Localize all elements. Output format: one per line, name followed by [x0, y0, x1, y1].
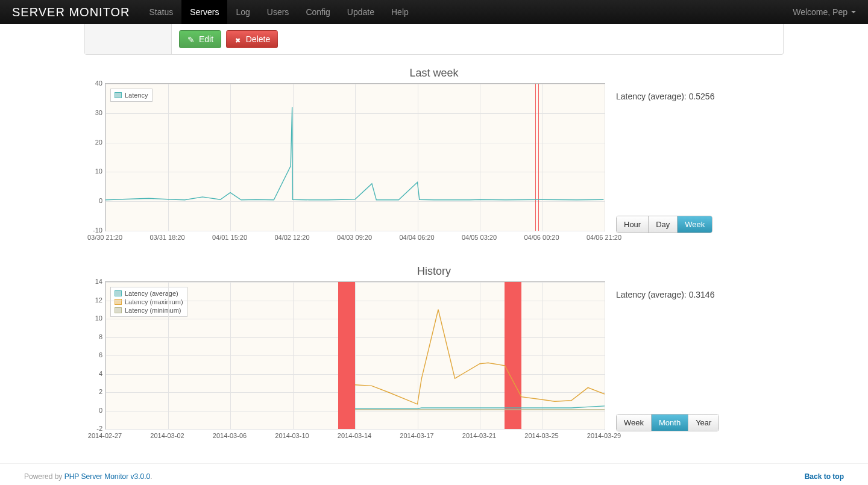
week-chart-title: Last week [84, 67, 784, 80]
product-link[interactable]: PHP Server Monitor v3.0.0 [64, 472, 151, 481]
range-week[interactable]: Week [677, 216, 712, 233]
week-yaxis: -10010203040 [84, 83, 102, 230]
nav-status[interactable]: Status [141, 0, 182, 24]
powered-label: Powered by [24, 472, 64, 481]
history-plot[interactable]: Latency (average) Latency (maximum) Late… [105, 281, 605, 430]
history-yaxis: -202468101214 [84, 281, 102, 428]
week-avg-line: Latency (average): 0.5256 [616, 92, 784, 101]
welcome-text: Welcome, Pep [793, 7, 848, 17]
brand[interactable]: SERVER MONITOR [12, 5, 130, 19]
week-plot[interactable]: Latency [105, 83, 605, 231]
panel-body: Edit Delete [172, 24, 285, 54]
caret-down-icon [851, 11, 856, 13]
dot: . [150, 472, 152, 481]
server-panel: Edit Delete [84, 24, 784, 55]
edit-label: Edit [199, 34, 213, 44]
history-avg-value: 0.3146 [689, 290, 715, 299]
range-year[interactable]: Year [688, 415, 719, 431]
edit-button[interactable]: Edit [179, 30, 221, 48]
navbar: SERVER MONITOR Status Servers Log Users … [0, 0, 868, 24]
nav-config[interactable]: Config [297, 0, 338, 24]
history-xaxis: 2014-02-272014-03-022014-03-062014-03-10… [105, 432, 605, 446]
nav-servers[interactable]: Servers [181, 0, 227, 24]
week-avg-label: Latency (average): [616, 92, 687, 101]
history-chart-section: History -202468101214 Latency (average) … [84, 265, 784, 446]
week-range-buttons: Hour Day Week [616, 216, 712, 233]
range-day[interactable]: Day [648, 216, 677, 233]
history-avg-label: Latency (average): [616, 290, 687, 299]
range-hour[interactable]: Hour [617, 216, 648, 233]
week-xaxis: 03/30 21:2003/31 18:2004/01 15:2004/02 1… [105, 234, 605, 248]
week-avg-value: 0.5256 [689, 92, 715, 101]
user-menu[interactable]: Welcome, Pep [793, 7, 856, 17]
history-range-buttons: Week Month Year [616, 414, 719, 431]
history-avg-line: Latency (average): 0.3146 [616, 290, 784, 299]
history-chart-title: History [84, 265, 784, 278]
delete-icon [234, 35, 242, 43]
edit-icon [187, 35, 195, 43]
panel-sidebar [85, 24, 172, 54]
delete-label: Delete [246, 34, 270, 44]
powered-by: Powered by PHP Server Monitor v3.0.0. [24, 472, 153, 481]
nav-users[interactable]: Users [259, 0, 298, 24]
nav-help[interactable]: Help [383, 0, 417, 24]
week-chart-section: Last week -10010203040 Latency 03/30 21:… [84, 67, 784, 248]
nav-items: Status Servers Log Users Config Update H… [141, 0, 417, 24]
range-week2[interactable]: Week [617, 415, 651, 431]
back-to-top[interactable]: Back to top [805, 472, 844, 481]
footer: Powered by PHP Server Monitor v3.0.0. Ba… [0, 463, 868, 485]
delete-button[interactable]: Delete [226, 30, 278, 48]
nav-log[interactable]: Log [227, 0, 258, 24]
nav-update[interactable]: Update [339, 0, 383, 24]
range-month[interactable]: Month [651, 415, 688, 431]
